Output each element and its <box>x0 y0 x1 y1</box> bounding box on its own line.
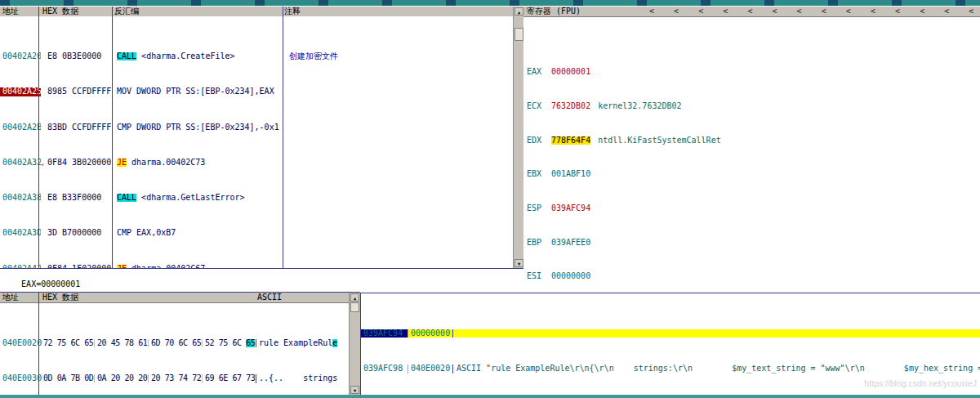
stack-value: 00000000 <box>408 329 452 338</box>
disasm-row[interactable]: 00402A32 ⌄0F84 3B020000 JE dharma.00402C… <box>0 159 513 167</box>
disasm-header-address: 地址 <box>2 7 19 16</box>
instruction-text: MOV DWORD PTR SS:[EBP-0x234],EAX <box>114 87 287 96</box>
register-name: ESI <box>527 272 551 280</box>
instruction-text: CMP DWORD PTR SS:[EBP-0x234],-0x1 <box>114 123 287 132</box>
disasm-row[interactable]: 00402A38 E8 B33F0000 CALL <dharma.GetLas… <box>0 194 513 202</box>
dump-ascii: ..{.. strings <box>256 374 349 382</box>
instruction-bytes: 83BD CCFDFFFF FF <box>41 123 114 132</box>
register-value: 00000001 <box>551 68 590 76</box>
disasm-row[interactable]: 00402A3D 3D B7000000 CMP EAX,0xB7 <box>0 229 513 237</box>
scroll-down-icon[interactable]: ▼ <box>350 386 359 394</box>
disasm-row[interactable]: 00402A20 E8 0B3E0000 CALL <dharma.Create… <box>0 52 513 60</box>
stack-address: 039AFC98 <box>361 364 408 373</box>
column-divider <box>38 7 39 268</box>
watermark-text: https://blog.csdn.net/ycouxieJ <box>849 378 977 388</box>
chevron-left-icons[interactable]: < < < < < < < < < < < < < < <box>649 7 980 16</box>
instruction-comment <box>287 194 513 202</box>
register-name: EBX <box>527 170 551 178</box>
register-row[interactable]: EDX 778F64F4 ntdll.KiFastSystemCallRet <box>527 136 978 145</box>
disassembly-listing: 00402A20 E8 0B3E0000 CALL <dharma.Create… <box>0 16 513 268</box>
mnemonic-highlight: CALL <box>117 194 136 202</box>
register-name: ESP <box>527 204 551 212</box>
register-value: 00000000 <box>551 272 590 280</box>
selected-byte: 65 <box>246 339 255 347</box>
scroll-up-icon[interactable]: ▲ <box>350 293 359 302</box>
dump-bytes: 0A 20 20 20 <box>94 374 148 382</box>
dump-bytes: 6D 70 6C 65 <box>148 339 202 347</box>
instruction-address: 00402A2B <box>0 123 41 132</box>
disasm-row[interactable]: 00402A25 8985 CCFDFFFF MOV DWORD PTR SS:… <box>0 87 513 96</box>
scroll-up-icon[interactable]: ▲ <box>514 7 523 16</box>
jump-direction-icon: ⌄ <box>41 159 47 167</box>
register-value: 7632DB02 <box>551 102 590 110</box>
dump-header-ascii: ASCII <box>257 293 282 302</box>
instruction-text: CMP EAX,0xB7 <box>114 229 287 237</box>
scroll-down-icon[interactable]: ▼ <box>514 259 523 267</box>
dump-header-address: 地址 <box>2 293 19 302</box>
instruction-bytes: E8 0B3E0000 <box>41 52 114 60</box>
registers-pane: 寄存器 (FPU) < < < < < < < < < < < < < < EA… <box>523 7 980 292</box>
pane-divider <box>0 292 360 293</box>
instruction-bytes: ⌄0F84 3B020000 <box>41 159 114 167</box>
register-symbol: ntdll.KiFastSystemCallRet <box>598 136 721 145</box>
instruction-comment: 创建加密文件 <box>287 52 513 60</box>
stack-row[interactable]: 039AFC98 040E0020 ASCII "rule ExampleRul… <box>361 364 980 373</box>
instruction-text: CALL <dharma.GetLastError> <box>114 194 287 202</box>
instruction-bytes: 3D B7000000 <box>41 229 114 237</box>
scrollbar-thumb[interactable] <box>350 302 359 312</box>
dump-header-hex: HEX 数据 <box>42 293 78 302</box>
mnemonic-highlight: JE <box>117 159 127 167</box>
instruction-address: 00402A20 <box>0 52 41 60</box>
dump-bytes: 20 45 78 61 <box>94 339 148 347</box>
instruction-comment <box>287 229 513 237</box>
register-value: 001ABF10 <box>551 170 590 178</box>
info-pane: EAX=00000001 <box>0 268 525 294</box>
register-row[interactable]: ECX 7632DB02 kernel32.7632DB02 <box>527 102 978 110</box>
register-row[interactable]: EBP 039AFEE0 <box>527 239 978 247</box>
dump-scrollbar[interactable]: ▲ ▼ <box>349 293 360 395</box>
registers-header-bar: 寄存器 (FPU) < < < < < < < < < < < < < < <box>523 7 980 17</box>
column-divider <box>112 7 113 268</box>
disasm-header-comment: 注释 <box>284 7 301 16</box>
selected-char: e <box>332 339 337 347</box>
dump-header-bar: 地址 HEX 数据 ASCII <box>0 293 349 303</box>
register-row[interactable]: ESI 00000000 <box>527 272 978 280</box>
toolbar-edge-strip <box>0 0 980 6</box>
instruction-address: 00402A3D <box>0 229 41 237</box>
window-bottom-edge <box>0 395 980 398</box>
register-name: EAX <box>527 68 551 76</box>
stack-comment: ASCII "rule ExampleRule\r\n{\r\n strings… <box>452 364 980 373</box>
register-row[interactable]: EAX 00000001 <box>527 68 978 76</box>
instruction-text: CALL <dharma.CreateFile> <box>114 52 287 60</box>
scrollbar-thumb[interactable] <box>514 28 523 41</box>
disasm-row[interactable]: 00402A2B 83BD CCFDFFFF FF CMP DWORD PTR … <box>0 123 513 132</box>
register-row[interactable]: ESP 039AFC94 <box>527 204 978 212</box>
register-value: 778F64F4 <box>551 136 590 145</box>
dump-ascii: rule ExampleRule <box>256 339 349 347</box>
stack-value: 040E0020 <box>408 364 452 373</box>
instruction-bytes: E8 B33F0000 <box>41 194 114 202</box>
dump-bytes: 0D 0A 7B 0D <box>41 374 94 382</box>
stack-row[interactable]: 039AFC94 00000000 <box>361 329 980 338</box>
instruction-text: JE dharma.00402C73 <box>114 159 287 167</box>
instruction-address: 00402A38 <box>0 194 41 202</box>
instruction-comment <box>287 123 513 132</box>
dump-row[interactable]: 040E0030 0D 0A 7B 0D 0A 20 20 20 20 73 7… <box>0 374 349 382</box>
disasm-scrollbar[interactable]: ▲ ▼ <box>513 7 524 268</box>
dump-address: 040E0020 <box>0 339 41 347</box>
dump-bytes: 52 75 6C 65 <box>202 339 256 347</box>
column-divider <box>283 7 283 268</box>
register-value: 039AFC94 <box>551 204 590 212</box>
disasm-header-disasm: 反汇编 <box>114 7 139 16</box>
registers-content: EAX 00000001 ECX 7632DB02 kernel32.7632D… <box>527 17 978 292</box>
register-name: EBP <box>527 239 551 247</box>
instruction-comment <box>287 159 513 167</box>
instruction-comment <box>287 87 513 96</box>
gpr-list: EAX 00000001 ECX 7632DB02 kernel32.7632D… <box>527 34 978 292</box>
dump-bytes: 20 73 74 72 <box>148 374 202 382</box>
dump-row[interactable]: 040E0020 72 75 6C 65 20 45 78 61 6D 70 6… <box>0 339 349 347</box>
register-row[interactable]: EBX 001ABF10 <box>527 170 978 178</box>
registers-title: 寄存器 (FPU) <box>527 7 649 16</box>
mnemonic-highlight: CALL <box>117 52 136 60</box>
register-value: 039AFEE0 <box>551 239 590 247</box>
